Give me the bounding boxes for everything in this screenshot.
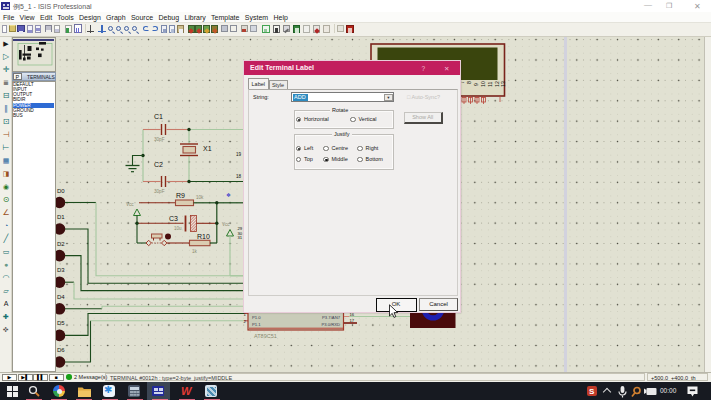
svg-text:P1.0: P1.0 (252, 315, 261, 320)
svg-text:D0: D0 (57, 188, 65, 194)
svg-text:R9: R9 (176, 192, 185, 199)
svg-text:8: 8 (466, 81, 472, 84)
svg-text:P1.1: P1.1 (252, 322, 261, 327)
svg-text:30pF: 30pF (154, 189, 165, 194)
svg-text:R10: R10 (197, 233, 210, 240)
svg-text:Vcc: Vcc (126, 202, 134, 207)
svg-text:AT89C51: AT89C51 (254, 333, 277, 339)
svg-text:C3: C3 (169, 215, 178, 222)
svg-text:10k: 10k (196, 195, 204, 200)
svg-text:C1: C1 (154, 113, 163, 120)
svg-text:C2: C2 (154, 161, 163, 168)
svg-text:1k: 1k (192, 249, 198, 254)
svg-text:D5: D5 (57, 320, 65, 326)
svg-text:11: 11 (487, 82, 493, 87)
svg-text:P3.0/RXD: P3.0/RXD (321, 322, 340, 327)
svg-text:D1: D1 (57, 214, 65, 220)
svg-text:30pF: 30pF (154, 137, 165, 142)
svg-text:Vcc: Vcc (222, 222, 230, 227)
svg-text:10: 10 (480, 81, 486, 87)
svg-text:19: 19 (236, 152, 242, 157)
svg-text:13: 13 (500, 81, 506, 87)
svg-text:P3.7/AN7: P3.7/AN7 (322, 315, 341, 320)
svg-text:D3: D3 (57, 267, 65, 273)
svg-text:D4: D4 (57, 294, 65, 300)
svg-text:9: 9 (473, 83, 479, 86)
svg-text:D2: D2 (57, 241, 65, 247)
svg-text:18: 18 (236, 174, 242, 179)
svg-text:10u: 10u (174, 226, 182, 231)
svg-text:D6: D6 (57, 347, 65, 353)
svg-text:X1: X1 (203, 145, 212, 152)
svg-text:❖: ❖ (226, 192, 231, 198)
